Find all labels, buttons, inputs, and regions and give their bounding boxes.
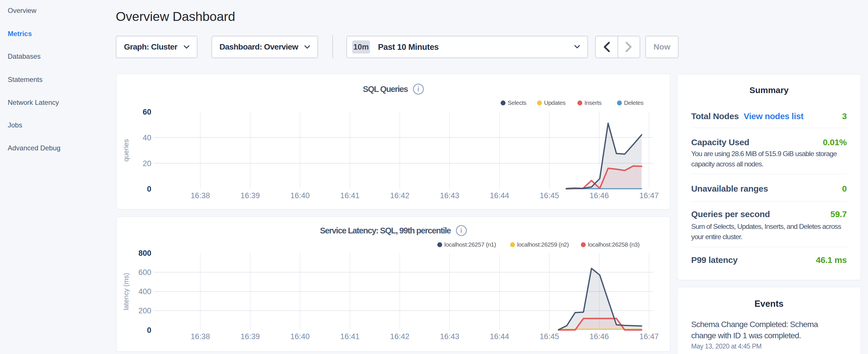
svg-text:16:41: 16:41 — [340, 332, 360, 341]
svg-text:16:39: 16:39 — [241, 191, 260, 200]
svg-text:600: 600 — [138, 268, 151, 277]
svg-text:16:45: 16:45 — [539, 191, 559, 200]
svg-text:200: 200 — [138, 307, 151, 315]
svg-text:16:42: 16:42 — [390, 191, 409, 200]
svg-text:16:45: 16:45 — [539, 332, 559, 341]
svg-text:16:38: 16:38 — [191, 191, 210, 200]
svg-text:16:43: 16:43 — [440, 191, 459, 200]
svg-text:400: 400 — [138, 287, 151, 296]
svg-text:queries: queries — [122, 139, 130, 162]
svg-text:16:43: 16:43 — [440, 332, 459, 341]
svg-text:0: 0 — [147, 326, 151, 334]
svg-text:16:46: 16:46 — [589, 191, 609, 200]
svg-text:60: 60 — [143, 108, 151, 116]
svg-text:16:39: 16:39 — [241, 332, 260, 341]
svg-text:16:47: 16:47 — [639, 191, 659, 200]
svg-text:20: 20 — [143, 159, 151, 168]
svg-text:0: 0 — [147, 185, 151, 193]
svg-text:40: 40 — [143, 133, 151, 142]
svg-text:16:42: 16:42 — [390, 332, 409, 341]
svg-text:16:44: 16:44 — [490, 191, 509, 200]
svg-text:800: 800 — [138, 249, 151, 257]
svg-text:16:47: 16:47 — [639, 332, 659, 341]
svg-text:16:40: 16:40 — [290, 332, 310, 341]
svg-text:16:41: 16:41 — [340, 191, 360, 200]
svg-text:16:44: 16:44 — [490, 332, 509, 341]
svg-text:16:40: 16:40 — [290, 191, 310, 200]
svg-text:latency (ms): latency (ms) — [122, 273, 130, 311]
svg-text:16:46: 16:46 — [589, 332, 609, 341]
svg-text:16:38: 16:38 — [191, 332, 210, 341]
